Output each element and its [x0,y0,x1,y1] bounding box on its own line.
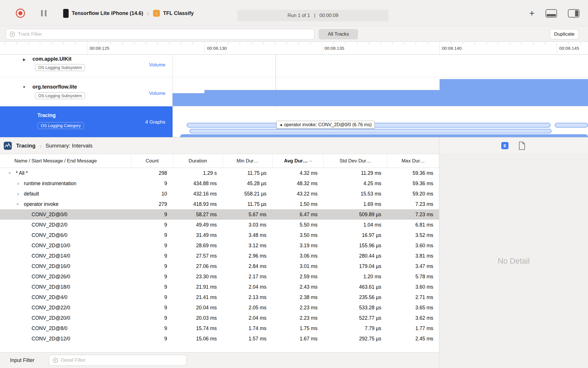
row-count-cell: 9 [131,282,173,292]
track-filter-field[interactable] [6,29,314,40]
device-name[interactable]: Tensorflow Lite iPhone (14.6) [72,10,143,16]
table-row[interactable]: CONV_2D@6/0931.49 ms3.48 ms3.50 ms16.97 … [0,230,439,240]
track-header-tracing[interactable]: Tracing OS Logging Category 4 Graphs [0,106,173,137]
row-min-cell: 11.75 µs [223,168,272,178]
track-filter-input[interactable] [18,31,311,37]
ruler-label: 00:08.135 [324,46,344,51]
interval-bar [555,123,588,128]
table-row[interactable]: ›* All *2981.29 s11.75 µs4.32 ms11.29 ms… [0,168,439,178]
row-max-cell: 59.36 ms [387,168,439,178]
row-count-cell: 9 [131,178,173,189]
table-row[interactable]: CONV_2D@14/0927.57 ms2.96 ms3.06 ms280.4… [0,251,439,261]
volume-step-bar [204,90,440,106]
column-header-count[interactable]: Count [131,154,173,168]
ruler-tick-icon [275,42,275,44]
row-name-cell: CONV_2D@8/0 [0,323,131,334]
row-name-cell: CONV_2D@2/0 [0,220,131,230]
ruler-label: 00:08.130 [207,46,227,51]
duplicate-button[interactable]: Duplicate [550,29,579,39]
row-stddev-cell: 179.04 µs [323,261,387,271]
ruler-tick-icon [381,42,381,44]
expand-chevron-icon[interactable]: › [16,180,20,187]
row-name-cell: CONV_2D@12/0 [0,334,131,344]
sort-indicator-icon: › [309,160,314,162]
toolbar-right-controls: + [529,0,579,26]
column-header-duration[interactable]: Duration [173,154,223,168]
row-stddev-cell: 292.75 µs [323,334,387,344]
row-label: CONV_2D@18/0 [32,284,70,290]
row-duration-cell: 21.91 ms [173,282,223,292]
ruler-gridline [87,42,87,55]
filter-icon [53,357,58,363]
column-header-max[interactable]: Max Dur… [387,154,439,168]
table-row[interactable]: CONV_2D@0/0958.27 ms5.67 ms6.47 ms509.89… [0,209,439,220]
table-row[interactable]: CONV_2D@2/0949.49 ms3.03 ms5.50 ms1.04 m… [0,220,439,230]
row-max-cell: 3.65 ms [387,302,439,313]
expert-info-button[interactable]: E [501,142,508,149]
ruler-tick-icon [287,42,287,44]
table-row[interactable]: CONV_2D@12/0915.06 ms1.57 ms1.67 ms292.7… [0,334,439,344]
row-min-cell: 3.12 ms [223,240,272,251]
track-header-tflite[interactable]: ▼ org.tensorflow.lite OS Logging Subsyst… [0,77,173,106]
table-row[interactable]: CONV_2D@16/0927.06 ms2.84 ms3.01 ms179.0… [0,261,439,271]
collapse-chevron-icon[interactable]: › [7,171,13,175]
table-row[interactable]: CONV_2D@22/0920.04 ms2.05 ms2.23 ms533.2… [0,302,439,313]
row-stddev-cell: 7.79 µs [323,323,387,334]
detail-panel: No Detail [439,154,588,368]
volume-step-bar [173,93,204,106]
table-row[interactable]: ›operator invoke279418.93 ms11.75 µs1.50… [0,199,439,209]
column-header-name[interactable]: Name / Start Message / End Message [0,154,131,168]
column-header-avg[interactable]: Avg Dur… › [272,154,323,168]
all-tracks-button[interactable]: All Tracks [319,29,358,39]
record-button[interactable] [16,9,25,18]
ruler-tick-icon [75,42,76,44]
document-icon[interactable] [519,141,525,150]
row-duration-cell: 15.74 ms [173,323,223,334]
target-app-icon: ↑ [153,10,160,17]
disclosure-collapsed-icon[interactable]: ▶ [23,57,26,62]
breadcrumb-page[interactable]: Summary: Intervals [46,143,93,149]
input-filter-label: Input Filter [10,352,34,368]
disclosure-expanded-icon[interactable]: ▼ [22,85,26,89]
row-avg-cell: 4.32 ms [272,168,323,178]
playhead-line [276,55,276,106]
row-avg-cell: 2.43 ms [272,282,323,292]
target-name[interactable]: TFL Classify [163,10,194,16]
table-row[interactable]: CONV_2D@18/0921.91 ms2.04 ms2.43 ms463.6… [0,282,439,292]
row-min-cell: 2.05 ms [223,302,272,313]
table-row[interactable]: CONV_2D@10/0928.69 ms3.12 ms3.19 ms155.9… [0,240,439,251]
track-org-tensorflow-lite: ▼ org.tensorflow.lite OS Logging Subsyst… [0,77,588,106]
track-header-uikit[interactable]: ▶ com.apple.UIKit OS Logging Subsystem V… [0,55,173,77]
table-row[interactable]: ›runtime instrumentation9434.88 ms45.28 … [0,178,439,189]
expand-chevron-icon[interactable]: › [16,191,20,197]
row-min-cell: 2.04 ms [223,282,272,292]
track-title: org.tensorflow.lite [32,84,77,90]
uikit-graph [173,55,588,77]
ruler-label: 00:08.145 [559,46,579,51]
collapse-chevron-icon[interactable]: › [15,202,21,206]
ruler-tick-icon [157,42,158,44]
detail-filter-field[interactable] [49,355,187,366]
table-row[interactable]: CONV_2D@20/0920.03 ms2.04 ms2.23 ms522.7… [0,313,439,323]
row-count-cell: 279 [131,199,173,209]
table-row[interactable]: ›default10432.16 ms558.21 µs43.22 ms15.5… [0,189,439,199]
column-header-stddev[interactable]: Std Dev Dur… [323,154,387,168]
ruler-gridline [557,42,557,55]
table-row[interactable]: CONV_2D@4/0921.41 ms2.13 ms2.38 ms235.56… [0,292,439,302]
row-max-cell: 2.71 ms [387,292,439,302]
add-instrument-button[interactable]: + [529,9,535,18]
ruler-tick-icon [134,42,134,44]
row-avg-cell: 3.01 ms [272,261,323,271]
column-header-min[interactable]: Min Dur… [223,154,272,168]
table-row[interactable]: CONV_2D@8/0915.74 ms1.74 ms1.75 ms7.79 µ… [0,323,439,334]
breadcrumb-instrument[interactable]: Tracing [16,143,36,149]
lane-label: Volume [149,91,165,96]
row-max-cell: 3.62 ms [387,313,439,323]
right-pane-toggle-button[interactable] [568,9,579,18]
detail-filter-input[interactable] [61,357,183,363]
pause-button[interactable] [41,10,47,16]
row-max-cell: 3.47 ms [387,261,439,271]
bottom-pane-toggle-button[interactable] [546,9,557,18]
table-row[interactable]: CONV_2D@26/0923.30 ms2.17 ms2.59 ms1.20 … [0,271,439,282]
row-stddev-cell: 509.89 µs [323,209,387,220]
